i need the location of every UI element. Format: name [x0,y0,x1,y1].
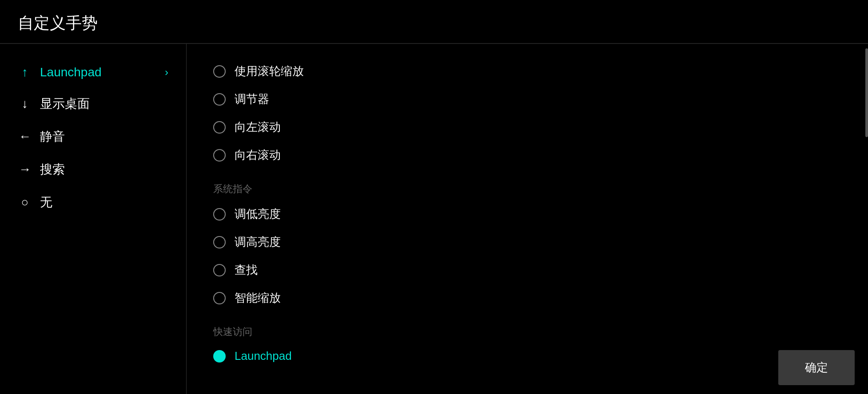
sidebar: ↑ Launchpad › ↓ 显示桌面 ← 静音 → 搜索 ○ [0,44,187,394]
arrow-left-icon: ← [18,130,32,144]
category-system-commands: 系统指令 [213,173,841,200]
chevron-right-icon: › [165,66,168,79]
arrow-down-icon: ↓ [18,97,32,111]
option-find[interactable]: 查找 [213,256,841,284]
radio-scroll-right[interactable] [213,149,226,162]
sidebar-label-show-desktop: 显示桌面 [40,95,90,112]
sidebar-item-none[interactable]: ○ 无 [0,186,186,219]
option-adjuster[interactable]: 调节器 [213,85,841,113]
section-scroll-zoom: 使用滚轮缩放 调节器 向左滚动 向右滚动 [213,57,841,169]
option-decrease-brightness[interactable]: 调低亮度 [213,200,841,228]
label-scroll-left: 向左滚动 [235,119,281,135]
radio-smart-zoom[interactable] [213,292,226,304]
label-adjuster: 调节器 [235,91,269,107]
radio-scroll-left[interactable] [213,121,226,134]
sidebar-item-launchpad[interactable]: ↑ Launchpad › [0,57,186,87]
option-launchpad[interactable]: Launchpad [213,343,841,369]
circle-icon: ○ [18,195,32,209]
arrow-up-icon: ↑ [18,65,32,79]
radio-adjuster[interactable] [213,93,226,106]
radio-decrease-brightness[interactable] [213,208,226,221]
confirm-button[interactable]: 确定 [778,350,855,385]
sidebar-label-mute: 静音 [40,128,65,145]
label-use-scroll-zoom: 使用滚轮缩放 [235,63,304,79]
sidebar-item-search[interactable]: → 搜索 [0,153,186,186]
label-launchpad-option: Launchpad [235,349,292,363]
sidebar-label-launchpad: Launchpad [40,65,102,79]
label-scroll-right: 向右滚动 [235,147,281,163]
option-scroll-left[interactable]: 向左滚动 [213,113,841,141]
label-smart-zoom: 智能缩放 [235,290,281,306]
option-scroll-right[interactable]: 向右滚动 [213,141,841,169]
page-container: 自定义手势 ↑ Launchpad › ↓ 显示桌面 ← 静音 → [0,0,868,394]
label-increase-brightness: 调高亮度 [235,234,281,250]
section-quick-access: 快速访问 Launchpad [213,316,841,369]
radio-increase-brightness[interactable] [213,236,226,248]
title-bar: 自定义手势 [0,0,868,44]
option-smart-zoom[interactable]: 智能缩放 [213,284,841,312]
label-find: 查找 [235,262,258,278]
arrow-right-icon: → [18,162,32,177]
section-system-commands: 系统指令 调低亮度 调高亮度 查找 智能缩放 [213,173,841,312]
bottom-bar: 确定 [765,341,868,394]
sidebar-label-none: 无 [40,194,52,211]
sidebar-label-search: 搜索 [40,161,65,178]
radio-launchpad[interactable] [213,350,226,362]
radio-use-scroll-zoom[interactable] [213,65,226,78]
page-title: 自定义手势 [18,14,98,32]
sidebar-item-mute[interactable]: ← 静音 [0,120,186,153]
content-area: ↑ Launchpad › ↓ 显示桌面 ← 静音 → 搜索 ○ [0,44,868,394]
option-increase-brightness[interactable]: 调高亮度 [213,228,841,256]
scrollbar-thumb[interactable] [865,48,868,137]
radio-find[interactable] [213,264,226,276]
option-use-scroll-zoom[interactable]: 使用滚轮缩放 [213,57,841,85]
category-quick-access: 快速访问 [213,316,841,343]
label-decrease-brightness: 调低亮度 [235,206,281,222]
sidebar-item-show-desktop[interactable]: ↓ 显示桌面 [0,87,186,120]
